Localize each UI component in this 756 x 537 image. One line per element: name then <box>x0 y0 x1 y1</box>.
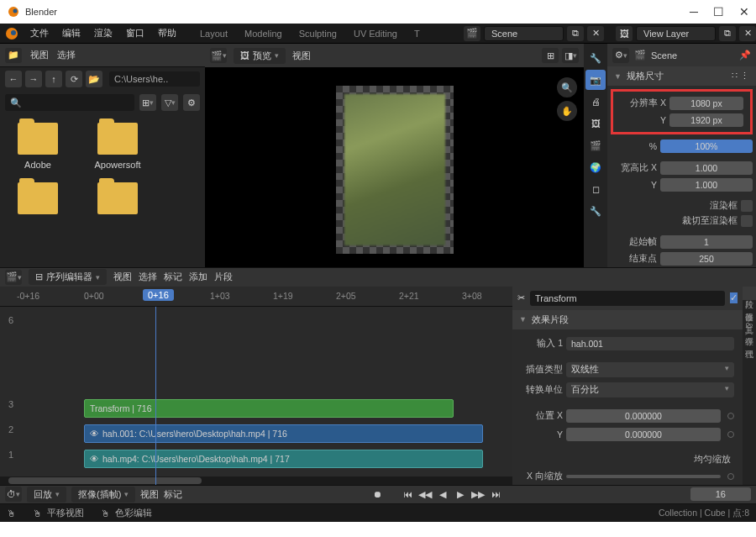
strip-hah[interactable]: 👁hah.mp4: C:\Users\hero\Desktop\hah.mp4 … <box>84 450 483 468</box>
filter-icon[interactable]: ▽▾ <box>161 94 178 111</box>
effect-panel-title[interactable]: ▼效果片段 <box>512 310 743 329</box>
ptab-object-icon[interactable]: ◻ <box>585 179 606 199</box>
next-key-icon[interactable]: ▶▶ <box>470 487 486 502</box>
folder-item[interactable]: Apowersoft <box>88 123 147 170</box>
aspect-x-field[interactable]: 1.000 <box>660 161 753 175</box>
ptab-wrench-icon[interactable]: 🔧 <box>585 201 606 221</box>
sidetab-strip[interactable]: 片段 <box>743 287 756 300</box>
frame-start-field[interactable]: 1 <box>660 235 753 249</box>
render-border-check[interactable] <box>741 200 753 212</box>
seq-editor-icon[interactable]: 🎬▾ <box>5 270 22 285</box>
nav-refresh-icon[interactable]: ⟳ <box>66 71 82 87</box>
scene-name[interactable]: Scene <box>484 26 564 41</box>
crop-border-check[interactable] <box>741 215 753 227</box>
zoom-icon[interactable]: 🔍 <box>557 77 577 97</box>
ptab-tool-icon[interactable]: 🔧 <box>585 48 606 68</box>
playhead[interactable]: 0+16 <box>143 289 174 301</box>
scale-x-field[interactable] <box>566 475 721 478</box>
panel-dimensions[interactable]: ▼规格尺寸∷ ⋮ <box>607 66 756 86</box>
preview-mode[interactable]: 🖼 预览 ▾ <box>234 48 286 64</box>
nav-up-icon[interactable]: ↑ <box>45 71 62 87</box>
preview-view-menu[interactable]: 视图 <box>292 50 311 62</box>
fb-view[interactable]: 视图 <box>30 49 49 61</box>
play-icon[interactable]: ▶ <box>452 487 469 502</box>
interp-field[interactable]: 双线性 ▾ <box>566 362 734 377</box>
fb-select[interactable]: 选择 <box>57 49 76 61</box>
strip-hah001[interactable]: 👁hah.001: C:\Users\hero\Desktop\hah.mp4 … <box>84 424 483 443</box>
keyframe-dot[interactable] <box>727 473 734 480</box>
tab-layout[interactable]: Layout <box>192 25 236 42</box>
pan-icon[interactable]: ✋ <box>557 101 577 121</box>
ptab-world-icon[interactable]: 🌍 <box>585 157 606 177</box>
menu-help[interactable]: 帮助 <box>151 27 183 39</box>
strip-mute-check[interactable]: ✓ <box>730 292 738 303</box>
sequencer-timeline[interactable]: -0+16 0+00 1+03 1+19 2+05 2+21 3+08 0+16… <box>0 287 512 485</box>
sidetab-proxy[interactable]: 代理 <box>743 337 756 350</box>
scene-copy-icon[interactable]: ⧉ <box>567 26 584 41</box>
frame-end-field[interactable]: 250 <box>660 252 753 266</box>
strip-transform[interactable]: Transform | 716 <box>84 399 454 418</box>
scene-new[interactable]: ✕ <box>587 26 604 41</box>
prev-key-icon[interactable]: ◀◀ <box>417 487 433 502</box>
res-x-field[interactable]: 1080 px <box>669 97 743 110</box>
sidetab-tools[interactable]: 工具 & 缓存 <box>743 313 756 337</box>
seq-menu-select[interactable]: 选择 <box>139 271 157 283</box>
eye-icon[interactable]: 👁 <box>90 454 99 464</box>
close-button[interactable]: ✕ <box>739 5 749 18</box>
nav-newdir-icon[interactable]: 📂 <box>86 71 102 87</box>
pos-x-field[interactable]: 0.000000 <box>566 409 721 423</box>
keyframe-dot[interactable] <box>727 431 734 438</box>
maximize-button[interactable]: ☐ <box>713 5 724 18</box>
path-field[interactable]: C:\Users\he.. <box>109 71 200 87</box>
seq-menu-add[interactable]: 添加 <box>189 271 207 283</box>
play-reverse-icon[interactable]: ◀ <box>434 487 451 502</box>
keyframe-dot[interactable] <box>727 413 734 419</box>
pv-channel-icon[interactable]: ◨▾ <box>562 48 579 63</box>
tab-modeling[interactable]: Modeling <box>236 25 291 42</box>
tab-more[interactable]: T <box>406 25 428 42</box>
ptab-viewlayer-icon[interactable]: 🖼 <box>585 113 606 134</box>
ptab-output-icon[interactable]: 🖨 <box>585 92 606 112</box>
pb-marker[interactable]: 标记 <box>164 488 182 501</box>
seq-mode[interactable]: ⊟ 序列编辑器 ▾ <box>29 269 107 285</box>
seq-menu-marker[interactable]: 标记 <box>164 271 182 283</box>
eye-icon[interactable]: 👁 <box>90 429 99 439</box>
preview-editor-icon[interactable]: 🎬▾ <box>210 48 227 63</box>
jump-start-icon[interactable]: ⏮ <box>399 487 416 502</box>
nav-back-icon[interactable]: ← <box>5 71 22 87</box>
keying-menu[interactable]: 抠像(插帧)▾ <box>71 487 135 503</box>
sidetab-modifier[interactable]: 修改器 <box>743 300 756 313</box>
minimize-button[interactable]: ─ <box>690 5 698 18</box>
menu-render[interactable]: 渲染 <box>87 27 119 39</box>
tab-uvediting[interactable]: UV Editing <box>345 25 406 42</box>
tab-sculpting[interactable]: Sculpting <box>291 25 345 42</box>
menu-window[interactable]: 窗口 <box>119 27 151 39</box>
menu-file[interactable]: 文件 <box>24 27 55 39</box>
folder-item[interactable]: Adobe <box>8 123 67 170</box>
viewlayer-new[interactable]: ✕ <box>739 26 756 41</box>
nav-fwd-icon[interactable]: → <box>25 71 42 87</box>
preview-viewport[interactable]: 🎬▾ 🖼 预览 ▾ 视图 ⊞ ◨▾ 🔍 ✋ <box>205 44 584 267</box>
ptab-render-icon[interactable]: 📷 <box>585 70 606 90</box>
pin-icon[interactable]: 📌 <box>739 50 751 61</box>
aspect-y-field[interactable]: 1.000 <box>660 178 753 192</box>
jump-end-icon[interactable]: ⏭ <box>487 487 504 502</box>
folder-item[interactable] <box>8 182 67 214</box>
props-options-icon[interactable]: ⚙▾ <box>612 48 629 63</box>
timeline-ruler[interactable]: -0+16 0+00 1+03 1+19 2+05 2+21 3+08 <box>0 287 512 307</box>
res-pct-field[interactable]: 100% <box>660 140 753 153</box>
menu-edit[interactable]: 编辑 <box>55 27 87 39</box>
ptab-scene-icon[interactable]: 🎬 <box>585 135 606 155</box>
filebrowser-editor-icon[interactable]: 📁 <box>5 48 22 63</box>
folder-item[interactable] <box>88 182 147 214</box>
pos-y-field[interactable]: 0.000000 <box>566 428 721 441</box>
input1-field[interactable]: hah.001 <box>566 337 734 350</box>
playback-menu[interactable]: 回放▾ <box>27 487 66 503</box>
autokey-icon[interactable]: ⏺ <box>369 487 386 502</box>
unit-field[interactable]: 百分比 ▾ <box>566 382 734 397</box>
seq-menu-view[interactable]: 视图 <box>113 271 132 283</box>
viewlayer-name[interactable]: View Layer <box>636 26 716 41</box>
display-mode-icon[interactable]: ⊞▾ <box>139 94 156 111</box>
search-input[interactable]: 🔍 <box>5 94 134 111</box>
scene-browse[interactable]: 🎬 <box>464 26 480 41</box>
